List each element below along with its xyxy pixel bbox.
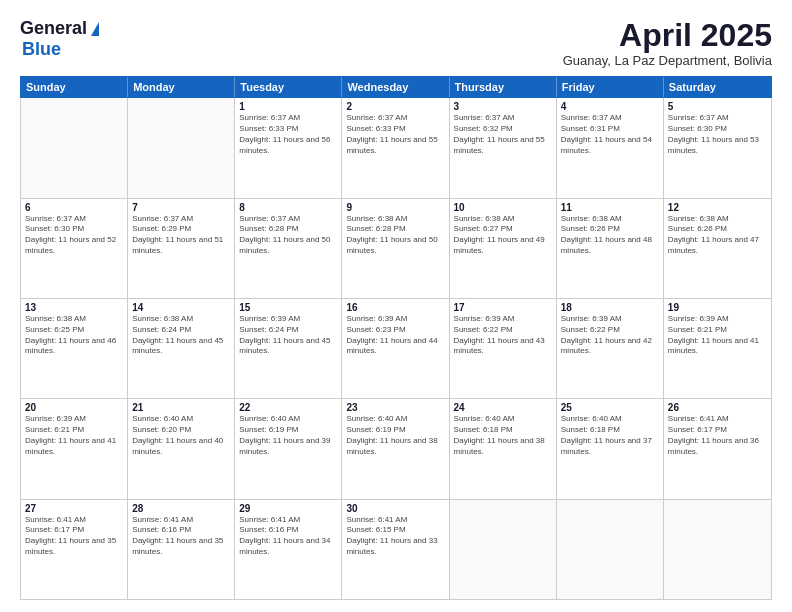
day-info: Sunrise: 6:40 AM Sunset: 6:18 PM Dayligh…: [561, 414, 659, 457]
calendar-cell: 26Sunrise: 6:41 AM Sunset: 6:17 PM Dayli…: [664, 399, 771, 498]
day-number: 12: [668, 202, 767, 213]
day-info: Sunrise: 6:38 AM Sunset: 6:27 PM Dayligh…: [454, 214, 552, 257]
day-info: Sunrise: 6:39 AM Sunset: 6:22 PM Dayligh…: [454, 314, 552, 357]
day-number: 8: [239, 202, 337, 213]
weekday-header: Monday: [128, 77, 235, 97]
weekday-header: Saturday: [664, 77, 771, 97]
calendar-cell: 10Sunrise: 6:38 AM Sunset: 6:27 PM Dayli…: [450, 199, 557, 298]
calendar-week-row: 6Sunrise: 6:37 AM Sunset: 6:30 PM Daylig…: [21, 199, 771, 299]
calendar-cell: 8Sunrise: 6:37 AM Sunset: 6:28 PM Daylig…: [235, 199, 342, 298]
logo-blue: Blue: [22, 39, 61, 60]
day-info: Sunrise: 6:38 AM Sunset: 6:24 PM Dayligh…: [132, 314, 230, 357]
calendar-cell: 17Sunrise: 6:39 AM Sunset: 6:22 PM Dayli…: [450, 299, 557, 398]
calendar-cell: [21, 98, 128, 197]
weekday-header: Tuesday: [235, 77, 342, 97]
day-info: Sunrise: 6:39 AM Sunset: 6:23 PM Dayligh…: [346, 314, 444, 357]
day-info: Sunrise: 6:39 AM Sunset: 6:22 PM Dayligh…: [561, 314, 659, 357]
day-number: 25: [561, 402, 659, 413]
day-number: 20: [25, 402, 123, 413]
location: Guanay, La Paz Department, Bolivia: [563, 53, 772, 68]
calendar-cell: 18Sunrise: 6:39 AM Sunset: 6:22 PM Dayli…: [557, 299, 664, 398]
day-info: Sunrise: 6:38 AM Sunset: 6:25 PM Dayligh…: [25, 314, 123, 357]
calendar-cell: 16Sunrise: 6:39 AM Sunset: 6:23 PM Dayli…: [342, 299, 449, 398]
day-info: Sunrise: 6:41 AM Sunset: 6:15 PM Dayligh…: [346, 515, 444, 558]
day-info: Sunrise: 6:37 AM Sunset: 6:31 PM Dayligh…: [561, 113, 659, 156]
day-number: 15: [239, 302, 337, 313]
day-number: 9: [346, 202, 444, 213]
calendar-body: 1Sunrise: 6:37 AM Sunset: 6:33 PM Daylig…: [20, 98, 772, 600]
calendar-week-row: 20Sunrise: 6:39 AM Sunset: 6:21 PM Dayli…: [21, 399, 771, 499]
calendar-header: SundayMondayTuesdayWednesdayThursdayFrid…: [20, 76, 772, 98]
calendar-cell: 13Sunrise: 6:38 AM Sunset: 6:25 PM Dayli…: [21, 299, 128, 398]
calendar-cell: 15Sunrise: 6:39 AM Sunset: 6:24 PM Dayli…: [235, 299, 342, 398]
day-number: 2: [346, 101, 444, 112]
day-number: 18: [561, 302, 659, 313]
day-info: Sunrise: 6:37 AM Sunset: 6:33 PM Dayligh…: [239, 113, 337, 156]
header: General Blue April 2025 Guanay, La Paz D…: [20, 18, 772, 68]
calendar-cell: 1Sunrise: 6:37 AM Sunset: 6:33 PM Daylig…: [235, 98, 342, 197]
day-info: Sunrise: 6:37 AM Sunset: 6:30 PM Dayligh…: [668, 113, 767, 156]
day-info: Sunrise: 6:38 AM Sunset: 6:26 PM Dayligh…: [668, 214, 767, 257]
day-number: 10: [454, 202, 552, 213]
calendar-cell: 30Sunrise: 6:41 AM Sunset: 6:15 PM Dayli…: [342, 500, 449, 599]
logo: General Blue: [20, 18, 99, 60]
title-area: April 2025 Guanay, La Paz Department, Bo…: [563, 18, 772, 68]
day-number: 17: [454, 302, 552, 313]
calendar-cell: 27Sunrise: 6:41 AM Sunset: 6:17 PM Dayli…: [21, 500, 128, 599]
calendar-cell: 21Sunrise: 6:40 AM Sunset: 6:20 PM Dayli…: [128, 399, 235, 498]
day-number: 14: [132, 302, 230, 313]
day-info: Sunrise: 6:37 AM Sunset: 6:33 PM Dayligh…: [346, 113, 444, 156]
calendar-cell: 3Sunrise: 6:37 AM Sunset: 6:32 PM Daylig…: [450, 98, 557, 197]
calendar-cell: 7Sunrise: 6:37 AM Sunset: 6:29 PM Daylig…: [128, 199, 235, 298]
day-info: Sunrise: 6:41 AM Sunset: 6:16 PM Dayligh…: [239, 515, 337, 558]
day-number: 21: [132, 402, 230, 413]
calendar-cell: 22Sunrise: 6:40 AM Sunset: 6:19 PM Dayli…: [235, 399, 342, 498]
calendar-cell: [557, 500, 664, 599]
day-info: Sunrise: 6:38 AM Sunset: 6:26 PM Dayligh…: [561, 214, 659, 257]
month-title: April 2025: [563, 18, 772, 53]
day-info: Sunrise: 6:40 AM Sunset: 6:18 PM Dayligh…: [454, 414, 552, 457]
day-number: 19: [668, 302, 767, 313]
day-number: 27: [25, 503, 123, 514]
day-info: Sunrise: 6:41 AM Sunset: 6:17 PM Dayligh…: [25, 515, 123, 558]
day-number: 29: [239, 503, 337, 514]
day-number: 22: [239, 402, 337, 413]
day-number: 6: [25, 202, 123, 213]
weekday-header: Wednesday: [342, 77, 449, 97]
day-number: 13: [25, 302, 123, 313]
day-number: 11: [561, 202, 659, 213]
page: General Blue April 2025 Guanay, La Paz D…: [0, 0, 792, 612]
day-info: Sunrise: 6:38 AM Sunset: 6:28 PM Dayligh…: [346, 214, 444, 257]
calendar-cell: 29Sunrise: 6:41 AM Sunset: 6:16 PM Dayli…: [235, 500, 342, 599]
day-number: 30: [346, 503, 444, 514]
calendar-week-row: 13Sunrise: 6:38 AM Sunset: 6:25 PM Dayli…: [21, 299, 771, 399]
day-number: 28: [132, 503, 230, 514]
calendar-week-row: 27Sunrise: 6:41 AM Sunset: 6:17 PM Dayli…: [21, 500, 771, 599]
calendar-cell: 12Sunrise: 6:38 AM Sunset: 6:26 PM Dayli…: [664, 199, 771, 298]
day-info: Sunrise: 6:39 AM Sunset: 6:24 PM Dayligh…: [239, 314, 337, 357]
calendar-cell: [664, 500, 771, 599]
calendar-cell: 2Sunrise: 6:37 AM Sunset: 6:33 PM Daylig…: [342, 98, 449, 197]
calendar-cell: 19Sunrise: 6:39 AM Sunset: 6:21 PM Dayli…: [664, 299, 771, 398]
calendar-cell: 5Sunrise: 6:37 AM Sunset: 6:30 PM Daylig…: [664, 98, 771, 197]
calendar-cell: 4Sunrise: 6:37 AM Sunset: 6:31 PM Daylig…: [557, 98, 664, 197]
calendar: SundayMondayTuesdayWednesdayThursdayFrid…: [20, 76, 772, 600]
day-info: Sunrise: 6:37 AM Sunset: 6:29 PM Dayligh…: [132, 214, 230, 257]
calendar-cell: 23Sunrise: 6:40 AM Sunset: 6:19 PM Dayli…: [342, 399, 449, 498]
day-number: 7: [132, 202, 230, 213]
logo-general: General: [20, 18, 87, 39]
day-info: Sunrise: 6:40 AM Sunset: 6:19 PM Dayligh…: [346, 414, 444, 457]
day-info: Sunrise: 6:40 AM Sunset: 6:20 PM Dayligh…: [132, 414, 230, 457]
calendar-cell: [128, 98, 235, 197]
calendar-cell: 28Sunrise: 6:41 AM Sunset: 6:16 PM Dayli…: [128, 500, 235, 599]
weekday-header: Thursday: [450, 77, 557, 97]
weekday-header: Friday: [557, 77, 664, 97]
day-number: 4: [561, 101, 659, 112]
day-number: 24: [454, 402, 552, 413]
day-info: Sunrise: 6:41 AM Sunset: 6:17 PM Dayligh…: [668, 414, 767, 457]
calendar-cell: 6Sunrise: 6:37 AM Sunset: 6:30 PM Daylig…: [21, 199, 128, 298]
calendar-cell: 24Sunrise: 6:40 AM Sunset: 6:18 PM Dayli…: [450, 399, 557, 498]
weekday-header: Sunday: [21, 77, 128, 97]
calendar-cell: 25Sunrise: 6:40 AM Sunset: 6:18 PM Dayli…: [557, 399, 664, 498]
calendar-cell: 14Sunrise: 6:38 AM Sunset: 6:24 PM Dayli…: [128, 299, 235, 398]
